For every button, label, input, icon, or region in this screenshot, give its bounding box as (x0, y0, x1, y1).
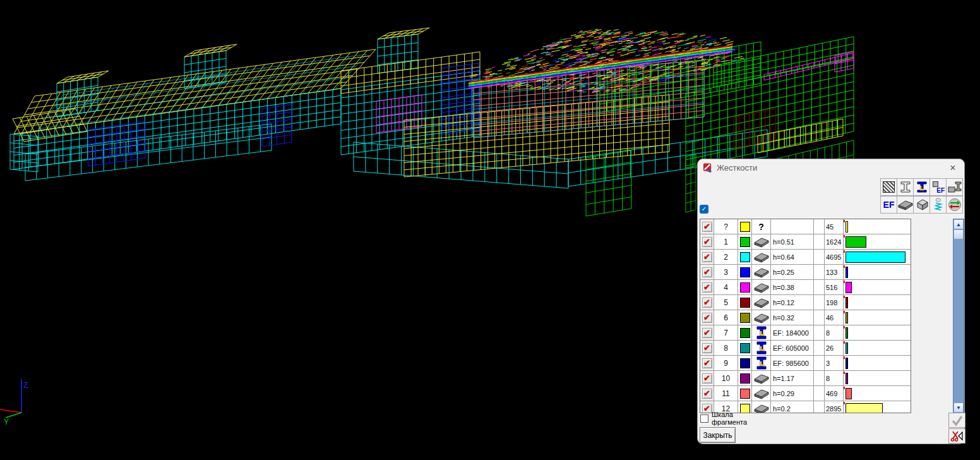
scroll-thumb[interactable] (953, 229, 964, 239)
stiffness-table[interactable]: ✔??45✔1h=0.511624✔2h=0.644695✔3h=0.25133… (700, 219, 911, 413)
row-check-cell: ✔ (700, 371, 714, 385)
row-spacer-cell (814, 386, 825, 401)
row-element-count: 1624 (825, 234, 844, 249)
exchange-stiffness-button[interactable] (946, 196, 963, 214)
color-swatch (740, 298, 750, 308)
row-spacer-cell (814, 295, 825, 310)
color-swatch (740, 373, 750, 384)
section-composite-button[interactable] (946, 178, 963, 196)
row-type-cell (752, 265, 771, 279)
count-bar (846, 221, 848, 233)
row-number: 10 (714, 371, 738, 385)
section-solid-hatch-button[interactable] (880, 178, 897, 196)
bar-marker (844, 281, 845, 283)
row-color-cell (738, 356, 752, 370)
bar-marker (844, 356, 845, 359)
scroll-down-button[interactable]: ▼ (953, 402, 964, 413)
row-description: h=0.64 (771, 250, 814, 264)
row-visibility-checkbox[interactable]: ✔ (702, 358, 712, 368)
color-swatch (740, 389, 750, 399)
stiffness-row[interactable]: ✔1h=0.511624 (700, 234, 911, 250)
row-visibility-checkbox[interactable]: ✔ (702, 267, 712, 277)
row-check-cell: ✔ (700, 325, 714, 340)
row-description: h=1.17 (771, 371, 814, 385)
apply-button[interactable] (948, 413, 965, 428)
row-visibility-checkbox[interactable]: ✔ (702, 252, 712, 262)
steel-i-beam-icon (916, 181, 928, 193)
color-swatch (740, 237, 750, 247)
stiffness-row[interactable]: ✔8EF: 60500026 (700, 341, 911, 356)
fragment-scale-checkbox[interactable] (700, 415, 708, 423)
stiffness-row[interactable]: ✔7EF: 1840008 (700, 325, 911, 341)
color-swatch (740, 404, 750, 414)
plate-button[interactable] (897, 196, 914, 214)
row-type-cell (752, 250, 771, 264)
row-histogram-cell (844, 280, 911, 294)
color-swatch (740, 358, 750, 368)
row-color-cell (738, 341, 752, 355)
bar-marker (844, 220, 845, 222)
close-icon[interactable]: × (945, 161, 960, 175)
row-visibility-checkbox[interactable]: ✔ (702, 373, 712, 384)
stiffness-row[interactable]: ✔4h=0.38516 (700, 280, 911, 295)
row-color-cell (738, 219, 752, 234)
y-axis-label: Y (4, 418, 9, 427)
stiffness-row[interactable]: ✔11h=0.29469 (700, 386, 911, 401)
row-visibility-checkbox[interactable]: ✔ (702, 313, 712, 323)
section-i-beam-outline-button[interactable] (897, 178, 914, 196)
count-bar (846, 251, 905, 263)
row-type-cell: ? (752, 219, 771, 234)
select-all-checkbox[interactable]: ✓ (700, 205, 708, 214)
row-visibility-checkbox[interactable]: ✔ (702, 237, 712, 247)
stiffness-row[interactable]: ✔??45 (700, 219, 911, 234)
section-steel-i-beam-button[interactable] (913, 178, 930, 196)
stiffness-row[interactable]: ✔6h=0.3246 (700, 310, 911, 325)
row-element-count: 469 (825, 386, 844, 401)
row-visibility-checkbox[interactable]: ✔ (702, 389, 712, 399)
row-element-count: 26 (825, 341, 844, 355)
row-color-cell (738, 234, 752, 249)
spring-button[interactable] (929, 196, 947, 214)
row-visibility-checkbox[interactable]: ✔ (702, 328, 712, 338)
row-spacer-cell (814, 219, 825, 234)
row-element-count: 46 (825, 310, 844, 325)
row-check-cell: ✔ (700, 234, 714, 249)
row-histogram-cell (844, 295, 911, 310)
row-number: 1 (714, 234, 738, 249)
row-spacer-cell (814, 234, 825, 249)
square-icon (933, 181, 938, 187)
ef-label: EF (936, 187, 945, 194)
scroll-up-button[interactable]: ▲ (953, 219, 964, 229)
stiffness-row[interactable]: ✔5h=0.12198 (700, 295, 911, 310)
row-visibility-checkbox[interactable]: ✔ (702, 404, 712, 414)
solid-body-button[interactable] (913, 196, 930, 214)
i-beam-icon (756, 326, 767, 339)
delete-stiffness-button[interactable] (948, 428, 965, 444)
row-visibility-checkbox[interactable]: ✔ (702, 298, 712, 308)
plate-icon (898, 199, 913, 210)
ef-label: EF (883, 200, 895, 210)
row-visibility-checkbox[interactable]: ✔ (702, 222, 712, 232)
plate-icon (754, 282, 769, 293)
row-visibility-checkbox[interactable]: ✔ (702, 282, 712, 293)
close-dialog-button[interactable]: Закрыть (700, 427, 736, 443)
unknown-section-icon: ? (758, 222, 764, 232)
row-spacer-cell (814, 341, 825, 355)
table-scrollbar[interactable]: ▲ ▼ (953, 219, 964, 413)
stiffness-row[interactable]: ✔9EF: 9856003 (700, 356, 911, 371)
row-element-count: 516 (825, 280, 844, 294)
stiffness-row[interactable]: ✔3h=0.25133 (700, 265, 911, 280)
row-histogram-cell (844, 325, 911, 340)
exchange-arrows-icon (948, 198, 962, 212)
stiffness-row[interactable]: ✔10h=1.178 (700, 371, 911, 386)
row-visibility-checkbox[interactable]: ✔ (702, 343, 712, 353)
dialog-titlebar[interactable]: Жесткости × (698, 159, 964, 176)
plate-icon (754, 373, 769, 384)
row-description: EF: 985600 (771, 356, 814, 370)
row-type-cell (752, 356, 771, 370)
section-numeric-ef-button[interactable]: EF (929, 178, 947, 196)
stiffness-row[interactable]: ✔2h=0.644695 (700, 250, 911, 265)
numeric-ef-button[interactable]: EF (880, 196, 897, 214)
row-color-cell (738, 325, 752, 340)
stiffness-dialog: Жесткости × EF EF (697, 159, 965, 444)
